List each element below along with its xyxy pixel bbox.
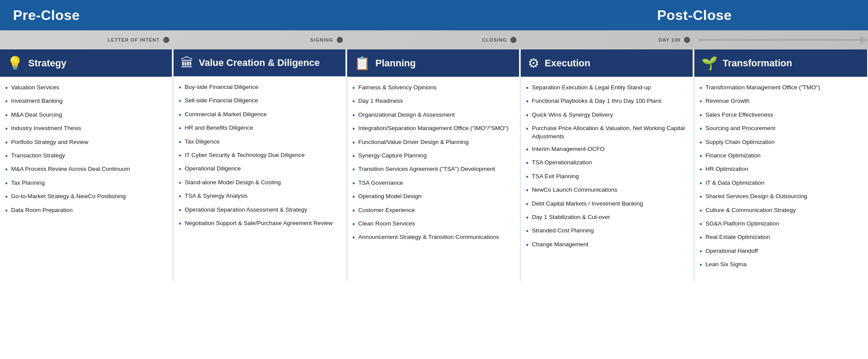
planning-icon: 📋	[354, 55, 370, 71]
execution-title: Execution	[545, 58, 590, 69]
postclose-title: Post-Close	[657, 7, 732, 23]
list-item: TSA Operationalization	[526, 159, 687, 168]
list-item: Functional/Value Driver Design & Plannin…	[352, 138, 513, 147]
list-item: Stand-alone Model Design & Costing	[179, 179, 339, 188]
timeline-loi: LETTER OF INTENT	[0, 37, 174, 43]
timeline-closing: CLOSING	[347, 37, 521, 43]
col-execution-content: Separation Execution & Legal Entity Stan…	[521, 77, 694, 281]
top-header: Pre-Close Post-Close	[0, 0, 868, 30]
timeline-signing-label: SIGNING	[310, 37, 333, 42]
execution-list: Separation Execution & Legal Entity Stan…	[526, 84, 687, 250]
col-transformation-content: Transformation Management Office ("TMO")…	[694, 77, 868, 281]
timeline-dot-day100	[684, 37, 690, 43]
page-container: Pre-Close Post-Close LETTER OF INTENT SI…	[0, 0, 868, 359]
col-transformation: 🌱 Transformation Transformation Manageme…	[694, 49, 868, 281]
list-item: Customer Experience	[352, 206, 513, 215]
transformation-icon: 🌱	[701, 55, 717, 71]
timeline-row: LETTER OF INTENT SIGNING CLOSING DAY 100	[0, 30, 868, 49]
list-item: Tax Planning	[5, 179, 166, 188]
value-creation-icon: 🏛	[181, 55, 194, 70]
list-item: Operating Model Design	[352, 193, 513, 202]
list-item: Culture & Communication Strategy	[700, 206, 861, 215]
col-value-creation: 🏛 Value Creation & Diligence Buy-side Fi…	[174, 49, 347, 281]
list-item: Operational Separation Assessment & Stra…	[179, 206, 339, 215]
list-item: Lean Six Sigma	[700, 261, 861, 270]
col-planning: 📋 Planning Fairness & Solvency Opinions …	[347, 49, 521, 281]
list-item: NewCo Launch Communications	[526, 186, 687, 195]
strategy-list: Valuation Services Investment Banking M&…	[5, 84, 166, 215]
list-item: Quick Wins & Synergy Delivery	[526, 111, 687, 120]
timeline-closing-label: CLOSING	[482, 37, 507, 42]
list-item: M&A Process Review Across Deal Continuum	[5, 165, 166, 174]
list-item: Operational Handoff	[700, 247, 861, 256]
execution-icon: ⚙	[528, 55, 539, 71]
preclose-title: Pre-Close	[13, 7, 80, 23]
list-item: Separation Execution & Legal Entity Stan…	[526, 84, 687, 93]
list-item: Buy-side Financial Diligence	[179, 83, 339, 92]
list-item: Debt Capital Markets / Investment Bankin…	[526, 200, 687, 209]
list-item: Integration/Separation Management Office…	[352, 124, 513, 134]
list-item: Clean Room Services	[352, 220, 513, 229]
list-item: Synergy Capture Planning	[352, 152, 513, 161]
list-item: Go-to-Market Strategy & NewCo Positionin…	[5, 193, 166, 202]
list-item: Investment Banking	[5, 97, 166, 106]
list-item: Fairness & Solvency Opinions	[352, 84, 513, 93]
timeline-loi-label: LETTER OF INTENT	[108, 37, 160, 42]
postclose-header: Post-Close	[521, 0, 868, 30]
list-item: Day 1 Readiness	[352, 97, 513, 106]
timeline-arrow-container	[694, 36, 868, 44]
list-item: Revenue Growth	[700, 97, 861, 106]
list-item: Tax Diligence	[179, 138, 339, 147]
list-item: Stranded Cost Planning	[526, 227, 687, 236]
list-item: Interim Management-OCFO	[526, 145, 687, 154]
col-strategy-content: Valuation Services Investment Banking M&…	[0, 77, 173, 281]
list-item: Sales Force Effectiveness	[700, 111, 861, 120]
list-item: IT Cyber Security & Technology Due Dilig…	[179, 151, 339, 160]
value-creation-list: Buy-side Financial Diligence Sell-side F…	[179, 83, 339, 228]
list-item: Portfolio Strategy and Review	[5, 138, 166, 147]
columns-wrapper: 💡 Strategy Valuation Services Investment…	[0, 49, 868, 281]
list-item: Industry Investment Thesis	[5, 124, 166, 134]
list-item: Transformation Management Office ("TMO")	[700, 84, 861, 93]
value-creation-title: Value Creation & Diligence	[199, 57, 320, 69]
col-strategy-header: 💡 Strategy	[0, 49, 173, 77]
list-item: Sourcing and Procurement	[700, 124, 861, 134]
col-execution: ⚙ Execution Separation Execution & Legal…	[521, 49, 694, 281]
timeline-day100-label: DAY 100	[659, 37, 681, 42]
list-item: Finance Optimization	[700, 152, 861, 161]
timeline-day100: DAY 100	[521, 37, 694, 43]
transformation-list: Transformation Management Office ("TMO")…	[700, 84, 861, 270]
list-item: Commercial & Market Diligence	[179, 111, 339, 120]
list-item: Data Room Preparation	[5, 206, 166, 215]
list-item: Real Estate Optimization	[700, 233, 861, 242]
list-item: M&A Deal Sourcing	[5, 111, 166, 120]
list-item: Day 1 Stabilization & Cut-over	[526, 213, 687, 222]
timeline-arrowhead	[860, 36, 868, 44]
planning-list: Fairness & Solvency Opinions Day 1 Readi…	[352, 84, 513, 243]
col-planning-content: Fairness & Solvency Opinions Day 1 Readi…	[347, 77, 520, 281]
list-item: Sell-side Financial Diligence	[179, 97, 339, 106]
list-item: TSA & Synergy Analysis	[179, 192, 339, 201]
list-item: Organizational Design & Assessment	[352, 111, 513, 120]
strategy-icon: 💡	[7, 55, 23, 71]
list-item: Shared Services Design & Outsourcing	[700, 193, 861, 202]
list-item: Announcement Strategy & Transition Commu…	[352, 233, 513, 242]
list-item: Operational Diligence	[179, 165, 339, 174]
planning-title: Planning	[375, 58, 416, 69]
timeline-line	[699, 39, 860, 41]
timeline-signing: SIGNING	[174, 37, 347, 43]
list-item: Functional Playbooks & Day 1 thru Day 10…	[526, 97, 687, 106]
strategy-title: Strategy	[28, 58, 66, 69]
list-item: SG&A Platform Optimization	[700, 220, 861, 229]
list-item: TSA Governance	[352, 179, 513, 188]
col-value-header: 🏛 Value Creation & Diligence	[174, 49, 346, 76]
list-item: IT & Data Optimization	[700, 179, 861, 188]
preclose-header: Pre-Close	[0, 0, 174, 30]
col-strategy: 💡 Strategy Valuation Services Investment…	[0, 49, 174, 281]
col-value-content: Buy-side Financial Diligence Sell-side F…	[174, 76, 346, 281]
list-item: Transaction Strategy	[5, 152, 166, 161]
list-item: TSA Exit Planning	[526, 173, 687, 182]
timeline-dot-loi	[163, 37, 169, 43]
list-item: Change Management	[526, 241, 687, 250]
list-item: HR and Benefits Diligence	[179, 124, 339, 133]
